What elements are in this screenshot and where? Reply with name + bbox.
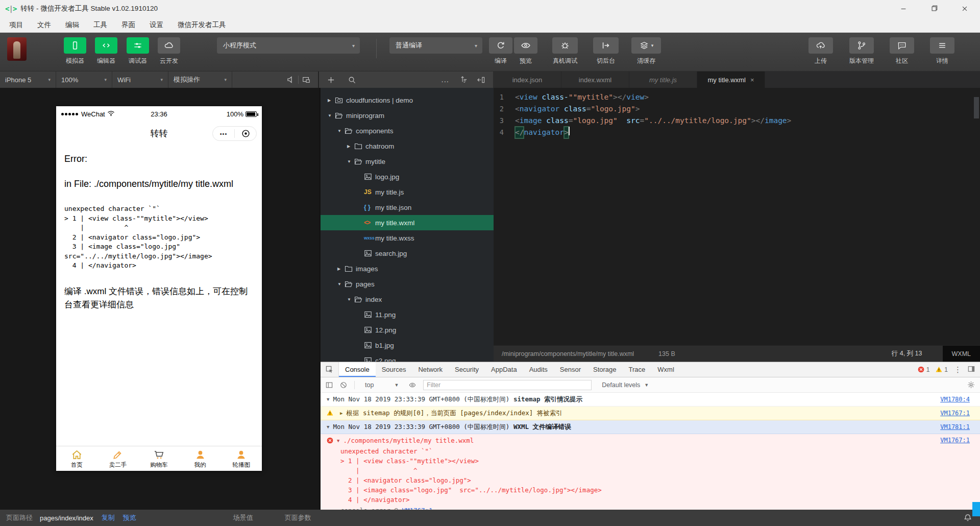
console-error-message[interactable]: ▼./components/mytitle/my title.wxmlVM176… — [321, 434, 980, 510]
dock-side-icon[interactable] — [968, 366, 975, 374]
editor-tab-index.json[interactable]: index.json — [494, 71, 561, 88]
collapse-panel-icon[interactable] — [477, 76, 485, 84]
devtools-menu-icon[interactable]: ⋮ — [954, 365, 962, 374]
menu-item-2[interactable]: 编辑 — [58, 17, 86, 32]
tree-item-my-title.json[interactable]: { }my title.json — [321, 200, 494, 215]
community-button[interactable] — [890, 37, 914, 54]
remote-debug-button[interactable] — [552, 37, 578, 54]
tree-item-chatroom[interactable]: ▶chatroom — [321, 138, 494, 154]
collapse-all-icon[interactable] — [459, 76, 467, 84]
preview-button[interactable] — [514, 37, 537, 54]
simulator-button[interactable] — [64, 37, 86, 54]
inspect-element-icon[interactable] — [321, 362, 339, 377]
menu-item-6[interactable]: 微信开发者工具 — [170, 17, 233, 32]
menu-item-0[interactable]: 项目 — [2, 17, 30, 32]
tree-item-my-title.wxml[interactable]: <>my title.wxml — [321, 215, 494, 230]
editor-scrollbar[interactable] — [974, 97, 979, 118]
tree-item-b1.jpg[interactable]: b1.jpg — [321, 338, 494, 353]
phone-tab-购物车[interactable]: 购物车 — [138, 446, 180, 471]
copy-link[interactable]: 复制 — [102, 513, 115, 522]
devtools-tab-trace[interactable]: Trace — [623, 362, 652, 377]
console-messages[interactable]: ▼Mon Nov 18 2019 23:33:39 GMT+0800 (中国标准… — [321, 393, 980, 510]
page-params-label[interactable]: 页面参数 — [285, 513, 311, 522]
cloud-dev-button[interactable] — [158, 37, 180, 54]
clear-cache-button[interactable]: ▾ — [631, 37, 661, 54]
source-link[interactable]: VM1767:1 — [928, 409, 970, 417]
menu-item-3[interactable]: 工具 — [86, 17, 114, 32]
tree-item-logo.jpg[interactable]: logo.jpg — [321, 169, 494, 184]
language-mode-label[interactable]: WXML — [943, 346, 980, 362]
menu-item-4[interactable]: 界面 — [114, 17, 142, 32]
tree-item-cloudfunctions-demo[interactable]: ▶cloudfunctions | demo — [321, 92, 494, 108]
tree-item-images[interactable]: ▶images — [321, 261, 494, 276]
device-select[interactable]: iPhone 5▾ — [0, 71, 56, 88]
menu-item-5[interactable]: 设置 — [142, 17, 170, 32]
live-expression-eye-icon[interactable] — [409, 381, 416, 389]
compile-mode-select[interactable]: 普通编译 ▾ — [389, 37, 482, 54]
source-link[interactable]: VM1781:1 — [928, 423, 970, 431]
log-levels-select[interactable]: Default levels▼ — [602, 381, 649, 389]
devtools-tab-sensor[interactable]: Sensor — [554, 362, 587, 377]
maximize-button[interactable] — [919, 0, 949, 17]
tree-item-miniprogram[interactable]: ▼miniprogram — [321, 108, 494, 123]
devtools-tab-console[interactable]: Console — [339, 362, 376, 377]
tree-item-my-title.js[interactable]: JSmy title.js — [321, 184, 494, 200]
version-manage-button[interactable] — [849, 37, 874, 54]
editor-content[interactable]: 1<view class-""mytitle"></view>2<navigat… — [494, 88, 980, 345]
phone-tab-我的[interactable]: 我的 — [180, 446, 221, 471]
console-warning-message[interactable]: ▶根据 sitemap 的规则[0]，当前页面 [pages/index/ind… — [321, 407, 980, 420]
editor-tab-my-title.js[interactable]: my title.js — [629, 71, 697, 88]
tree-item-12.png[interactable]: 12.png — [321, 322, 494, 338]
tree-item-11.png[interactable]: 11.png — [321, 307, 494, 322]
notification-bell-icon[interactable] — [964, 510, 972, 526]
float-window-icon[interactable] — [299, 71, 314, 88]
tree-item-pages[interactable]: ▼pages — [321, 276, 494, 292]
scroll-indicator[interactable] — [972, 502, 980, 516]
devtools-tab-sources[interactable]: Sources — [376, 362, 412, 377]
zoom-select[interactable]: 100%▾ — [56, 71, 112, 88]
editor-tab-my-title.wxml[interactable]: my title.wxml× — [697, 71, 765, 88]
add-file-icon[interactable] — [327, 76, 335, 84]
tree-item-my-title.wxss[interactable]: wxssmy title.wxss — [321, 230, 494, 246]
exit-button[interactable] — [235, 129, 256, 138]
console-group2-message[interactable]: ▼Mon Nov 18 2019 23:33:39 GMT+0800 (中国标准… — [321, 420, 980, 434]
editor-tab-index.wxml[interactable]: index.wxml — [561, 71, 629, 88]
console-sidebar-icon[interactable] — [326, 381, 333, 389]
warning-count-badge[interactable]: 1 — [936, 366, 948, 373]
avatar[interactable] — [7, 37, 27, 61]
source-link[interactable]: VM1767:1 — [928, 437, 970, 444]
upload-button[interactable] — [808, 37, 833, 54]
devtools-tab-storage[interactable]: Storage — [587, 362, 623, 377]
to-background-button[interactable] — [593, 37, 619, 54]
tree-item-index[interactable]: ▼index — [321, 292, 494, 307]
details-button[interactable] — [930, 37, 954, 54]
close-button[interactable] — [949, 0, 980, 17]
mode-select[interactable]: 小程序模式 ▾ — [217, 37, 360, 54]
frame-context-select[interactable]: top▼ — [362, 380, 402, 390]
tree-item-components[interactable]: ▼components — [321, 123, 494, 138]
more-actions-icon[interactable]: ... — [441, 77, 449, 82]
mute-icon[interactable] — [283, 71, 298, 88]
expand-arrow-icon[interactable]: ▼ — [327, 395, 329, 403]
debugger-button[interactable] — [127, 37, 149, 54]
devtools-tab-wxml[interactable]: Wxml — [651, 362, 680, 377]
devtools-tab-audits[interactable]: Audits — [523, 362, 554, 377]
expand-arrow-icon[interactable]: ▶ — [340, 409, 342, 417]
error-count-badge[interactable]: 1 — [918, 366, 930, 373]
simulate-actions-select[interactable]: 模拟操作▾ — [168, 71, 232, 88]
console-settings-gear-icon[interactable] — [967, 381, 975, 389]
editor-button[interactable] — [95, 37, 117, 54]
network-select[interactable]: WiFi▾ — [112, 71, 168, 88]
menu-item-1[interactable]: 文件 — [30, 17, 58, 32]
devtools-tab-network[interactable]: Network — [412, 362, 449, 377]
clear-console-icon[interactable] — [340, 381, 347, 389]
source-link[interactable]: VM1780:4 — [928, 395, 970, 403]
preview-link[interactable]: 预览 — [123, 513, 136, 522]
minimize-button[interactable] — [888, 0, 919, 17]
devtools-tab-security[interactable]: Security — [449, 362, 485, 377]
more-button[interactable]: ••• — [213, 131, 234, 137]
expand-arrow-icon[interactable]: ▼ — [327, 423, 329, 431]
phone-tab-轮播图[interactable]: 轮播图 — [220, 446, 262, 471]
tree-item-c2.png[interactable]: c2.png — [321, 353, 494, 362]
tree-item-mytitle[interactable]: ▼mytitle — [321, 154, 494, 169]
